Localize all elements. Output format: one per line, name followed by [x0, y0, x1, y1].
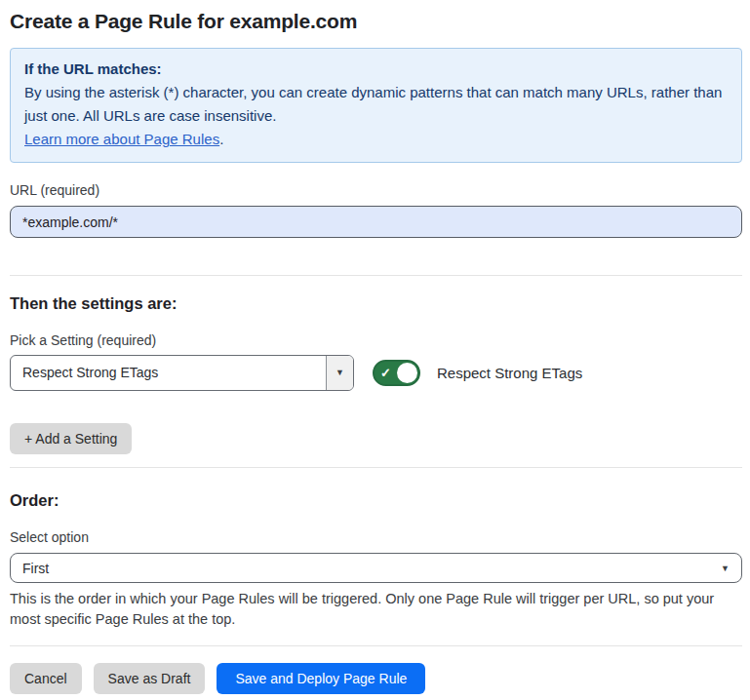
check-icon: ✓	[380, 367, 391, 379]
divider	[10, 645, 742, 646]
toggle-knob	[397, 363, 417, 383]
save-draft-button[interactable]: Save as Draft	[94, 663, 206, 694]
info-box-heading: If the URL matches:	[24, 58, 728, 81]
chevron-down-icon: ▼	[336, 369, 344, 377]
page-title: Create a Page Rule for example.com	[10, 10, 742, 33]
url-match-info-box: If the URL matches: By using the asteris…	[10, 48, 742, 163]
divider	[10, 275, 742, 276]
link-suffix: .	[219, 131, 223, 147]
order-select-label: Select option	[10, 529, 742, 545]
actions-row: Cancel Save as Draft Save and Deploy Pag…	[10, 663, 742, 694]
url-field-label: URL (required)	[10, 182, 742, 198]
info-box-link-line: Learn more about Page Rules.	[24, 128, 728, 151]
learn-more-link[interactable]: Learn more about Page Rules	[24, 131, 219, 147]
pick-setting-label: Pick a Setting (required)	[10, 332, 742, 348]
order-select-value: First	[22, 561, 49, 576]
order-section-heading: Order:	[10, 491, 742, 510]
divider	[10, 467, 742, 468]
setting-select[interactable]: Respect Strong ETags ▼	[10, 355, 354, 391]
setting-select-value: Respect Strong ETags	[11, 356, 326, 390]
url-input[interactable]	[10, 206, 742, 238]
setting-toggle-label: Respect Strong ETags	[437, 365, 582, 381]
setting-select-caret-button[interactable]: ▼	[326, 356, 353, 390]
setting-row: Respect Strong ETags ▼ ✓ Respect Strong …	[10, 355, 742, 391]
setting-toggle[interactable]: ✓	[373, 360, 420, 386]
add-setting-button[interactable]: + Add a Setting	[10, 423, 132, 454]
settings-section-heading: Then the settings are:	[10, 294, 742, 313]
chevron-down-icon: ▼	[721, 564, 730, 572]
order-select[interactable]: First ▼	[10, 553, 742, 583]
save-deploy-button[interactable]: Save and Deploy Page Rule	[217, 663, 425, 694]
info-box-body: By using the asterisk (*) character, you…	[24, 81, 728, 128]
cancel-button[interactable]: Cancel	[10, 663, 82, 694]
order-help-text: This is the order in which your Page Rul…	[10, 589, 739, 630]
